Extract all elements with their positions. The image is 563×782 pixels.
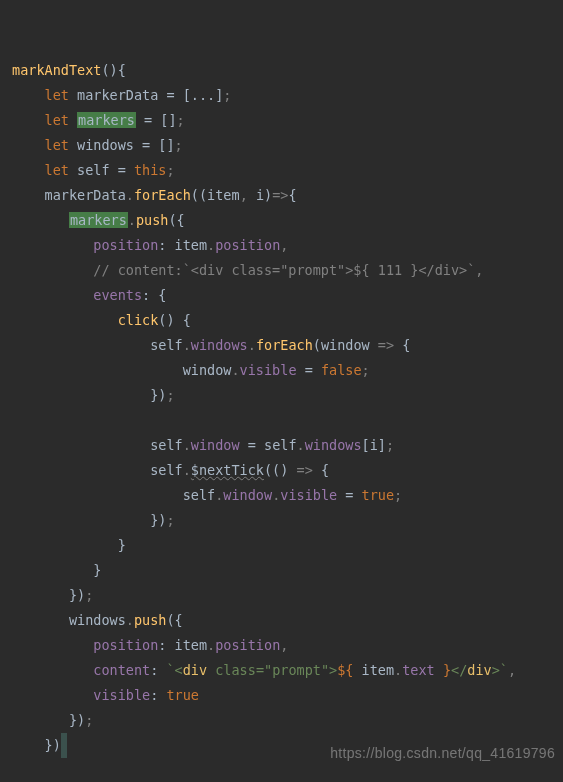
code-line: self.$nextTick(() => {: [12, 462, 329, 478]
code-line: });: [12, 512, 175, 528]
code-line: markerData.forEach((item, i)=>{: [12, 187, 297, 203]
code-line: });: [12, 712, 93, 728]
code-line: window.visible = false;: [12, 362, 370, 378]
code-line: position: item.position,: [12, 237, 288, 253]
code-line: }): [12, 737, 67, 753]
code-line: let markers = [];: [12, 112, 185, 128]
hl-markers: markers: [69, 212, 128, 228]
code-line: visible: true: [12, 687, 199, 703]
truncated-line: [12, 37, 402, 53]
code-line: markers.push({: [12, 212, 185, 228]
code-line: click() {: [12, 312, 191, 328]
code-editor[interactable]: markAndText(){ let markerData = [...]; l…: [0, 0, 563, 782]
code-line: events: {: [12, 287, 166, 303]
hl-markers: markers: [77, 112, 136, 128]
code-line: let markerData = [...];: [12, 87, 232, 103]
caret: [61, 733, 67, 758]
code-line: let windows = [];: [12, 137, 183, 153]
comment: // content:`<div class="prompt">${ 111 }…: [93, 262, 483, 278]
watermark: https://blog.csdn.net/qq_41619796: [330, 741, 555, 766]
code-line: content: `<div class="prompt">${ item.te…: [12, 662, 516, 678]
code-line: windows.push({: [12, 612, 183, 628]
code-line: });: [12, 587, 93, 603]
code-line: self.windows.forEach(window => {: [12, 337, 410, 353]
squiggle: $nextTick: [191, 462, 264, 478]
code-line: markAndText(){: [12, 62, 126, 78]
code-line: position: item.position,: [12, 637, 288, 653]
code-line: let self = this;: [12, 162, 175, 178]
code-line: [12, 412, 20, 428]
code-line: }: [12, 562, 101, 578]
code-line: // content:`<div class="prompt">${ 111 }…: [12, 262, 483, 278]
code-line: self.window.visible = true;: [12, 487, 402, 503]
code-line: self.window = self.windows[i];: [12, 437, 394, 453]
code-line: }: [12, 537, 126, 553]
code-line: });: [12, 387, 175, 403]
fn-name: markAndText: [12, 62, 101, 78]
code-line: [12, 762, 20, 778]
